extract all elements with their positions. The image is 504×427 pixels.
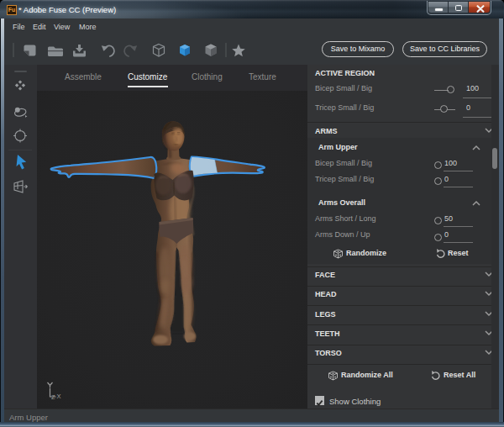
svg-text:Z: Z [51,393,55,401]
svg-text:X: X [57,393,61,400]
